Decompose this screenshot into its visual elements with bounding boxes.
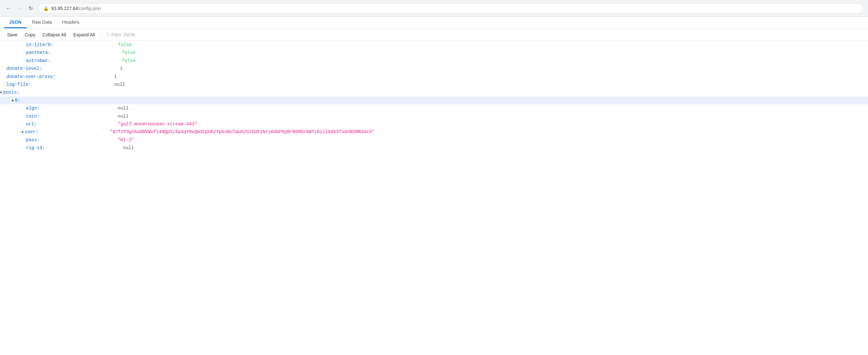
copy-button[interactable]: Copy — [22, 31, 39, 39]
save-button[interactable]: Save — [4, 31, 21, 39]
value-user: "87ftP3g5Aa8BVWvfi4NQpSiSw4qYNvQm1CpUK2Y… — [110, 128, 374, 136]
value-log-file: null — [114, 81, 125, 88]
expand-all-button[interactable]: Expand All — [70, 31, 98, 39]
tab-raw-data[interactable]: Raw Data — [27, 17, 57, 28]
value-coin: null — [118, 113, 129, 120]
json-line-user: ▼ user: "87ftP3g5Aa8BVWvfi4NQpSiSw4qYNvQ… — [0, 128, 868, 136]
json-line-pools: ▼ pools: — [0, 88, 868, 96]
value-url: "gulf.moneroocean.stream:443" — [118, 120, 197, 128]
key-panthera: panthera: — [26, 49, 51, 56]
user-arrow[interactable]: ▼ — [22, 130, 23, 135]
json-line-donate-level: donate-level: 1 — [0, 65, 868, 72]
key-url: url: — [26, 120, 37, 128]
browser-chrome: ← → ↻ 🔒 93.95.227.64/config.json — [0, 0, 868, 17]
value-pass: "HI-J" — [118, 137, 134, 144]
key-pool-0: 0: — [15, 97, 21, 104]
key-pools: pools: — [3, 89, 20, 96]
json-line-pool-0: ▼ 0: — [0, 96, 868, 104]
filter-area[interactable]: ▽ Filter JSON — [103, 32, 137, 37]
filter-label: Filter JSON — [112, 32, 135, 37]
value-rig-id: null — [123, 144, 134, 151]
key-donate-level: donate-level: — [6, 65, 42, 72]
lock-icon: 🔒 — [43, 6, 49, 11]
toolbar-divider — [101, 31, 101, 38]
key-log-file: log-file: — [6, 81, 31, 88]
tab-bar: JSON Raw Data Headers — [0, 17, 868, 29]
collapse-all-button[interactable]: Collapse All — [39, 31, 69, 39]
forward-button[interactable]: → — [15, 4, 24, 13]
key-pass: pass: — [26, 137, 40, 144]
key-rig-id: rig-id: — [26, 144, 45, 151]
json-line-pass: pass: "HI-J" — [0, 136, 868, 144]
json-content: cn-lite/0: false panthera: false astrobw… — [0, 41, 868, 152]
key-cn-lite: cn-lite/0: — [26, 41, 53, 49]
json-line-panthera: panthera: false — [0, 49, 868, 57]
value-donate-over-proxy: 1 — [114, 73, 117, 80]
pool-0-arrow[interactable]: ▼ — [12, 98, 13, 103]
url-display: 93.95.227.64/config.json — [51, 6, 101, 11]
json-line-astrobwt: astrobwt: false — [0, 57, 868, 65]
value-algo: null — [118, 105, 129, 112]
nav-buttons: ← → ↻ — [4, 4, 35, 13]
toolbar: Save Copy Collapse All Expand All ▽ Filt… — [0, 29, 868, 41]
json-line-log-file: log-file: null — [0, 81, 868, 88]
json-line-cn-lite: cn-lite/0: false — [0, 41, 868, 49]
json-line-algo: algo: null — [0, 104, 868, 112]
value-panthera: false — [122, 49, 136, 56]
url-path: /config.json — [78, 6, 101, 11]
key-coin: coin: — [26, 113, 40, 120]
key-astrobwt: astrobwt: — [26, 57, 51, 64]
json-line-coin: coin: null — [0, 112, 868, 120]
json-line-rig-id: rig-id: null — [0, 144, 868, 152]
url-host: 93.95.227.64 — [51, 6, 78, 11]
value-astrobwt: false — [122, 57, 136, 64]
tab-headers[interactable]: Headers — [57, 17, 85, 28]
key-user: user: — [25, 128, 38, 136]
pools-arrow[interactable]: ▼ — [0, 90, 2, 95]
key-algo: algo: — [26, 105, 40, 112]
address-bar[interactable]: 🔒 93.95.227.64/config.json — [38, 3, 864, 13]
value-cn-lite: false — [118, 41, 132, 49]
json-line-url: url: "gulf.moneroocean.stream:443" — [0, 120, 868, 128]
json-line-donate-over-proxy: donate-over-proxy: 1 — [0, 73, 868, 81]
value-donate-level: 1 — [120, 65, 122, 72]
back-button[interactable]: ← — [4, 4, 13, 13]
key-donate-over-proxy: donate-over-proxy: — [6, 73, 56, 80]
refresh-button[interactable]: ↻ — [26, 4, 35, 13]
tab-json[interactable]: JSON — [4, 17, 27, 28]
filter-icon: ▽ — [106, 32, 110, 37]
